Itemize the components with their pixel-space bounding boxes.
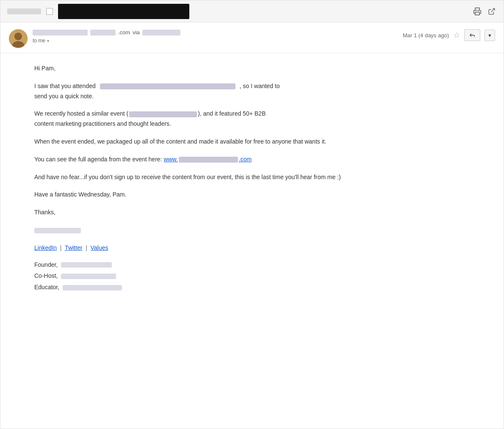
paragraph-5: And have no fear...if you don't sign up …	[34, 172, 478, 183]
star-icon[interactable]: ☆	[453, 30, 460, 40]
values-link[interactable]: Values	[91, 244, 108, 251]
email-body: Hi Pam, I saw that you attended , so I w…	[0, 53, 504, 310]
event-name-blurred	[100, 83, 235, 89]
sender-name	[33, 30, 88, 36]
svg-rect-0	[475, 12, 479, 15]
founder-block: Founder, Co-Host, Educator,	[34, 259, 478, 293]
to-me-dropdown-icon[interactable]: ▾	[47, 39, 49, 43]
avatar-image	[9, 29, 28, 48]
signature-links: LinkedIn | Twitter | Values	[34, 243, 478, 253]
svg-line-1	[491, 8, 495, 12]
separator-2: |	[86, 244, 87, 251]
founder-row: Founder,	[34, 259, 478, 271]
reply-button[interactable]	[464, 29, 480, 41]
email-container: .com via to me ▾ Mar 1 (4 days ago) ☆ ▾	[0, 0, 504, 429]
signature-name-blurred	[34, 228, 81, 233]
founder-label: Founder,	[34, 261, 58, 268]
svg-point-3	[14, 33, 22, 40]
via-label: via	[133, 29, 140, 36]
avatar	[9, 29, 28, 48]
sender-email-com: .com	[118, 29, 130, 36]
email-checkbox[interactable]	[46, 8, 53, 15]
to-me-label: to me	[33, 38, 45, 44]
educator-company-blurred	[63, 285, 122, 291]
sender-name-blurred	[7, 8, 41, 14]
event-link[interactable]: www..com	[163, 156, 252, 163]
educator-row: Educator,	[34, 282, 478, 293]
sender-info: .com via to me ▾	[33, 29, 180, 44]
educator-label: Educator,	[34, 284, 59, 291]
link-suffix: .com	[239, 156, 252, 163]
top-bar	[0, 0, 504, 22]
linkedin-link[interactable]: LinkedIn	[34, 244, 57, 251]
sender-via	[142, 30, 180, 36]
paragraph-1: I saw that you attended , so I wanted to…	[34, 81, 478, 102]
paragraph-4: You can see the full agenda from the eve…	[34, 155, 478, 165]
para2-before: We recently hosted a similar event (	[34, 110, 128, 117]
cohost-row: Co-Host,	[34, 270, 478, 282]
cohost-label: Co-Host,	[34, 272, 58, 279]
top-bar-right	[472, 6, 497, 17]
event-name-2-blurred	[129, 111, 197, 117]
greeting: Hi Pam,	[34, 64, 478, 74]
top-bar-left	[7, 4, 189, 19]
cohost-company-blurred	[61, 274, 116, 279]
email-header-left: .com via to me ▾	[9, 29, 180, 48]
separator-1: |	[60, 244, 62, 251]
to-me: to me ▾	[33, 38, 180, 44]
signature-name-row	[34, 225, 478, 235]
paragraph-3: When the event ended, we packaged up all…	[34, 137, 478, 147]
email-date: Mar 1 (4 days ago)	[403, 32, 449, 39]
link-prefix: www.	[163, 156, 177, 163]
founder-company-blurred	[61, 262, 112, 268]
paragraph-6: Have a fantastic Wednesday, Pam.	[34, 190, 478, 200]
email-header-right: Mar 1 (4 days ago) ☆ ▾	[403, 29, 495, 41]
sender-row: .com via	[33, 29, 180, 36]
email-header: .com via to me ▾ Mar 1 (4 days ago) ☆ ▾	[0, 22, 504, 53]
print-icon[interactable]	[472, 6, 482, 17]
paragraph-7: Thanks,	[34, 208, 478, 218]
more-button[interactable]: ▾	[485, 30, 495, 41]
twitter-link[interactable]: Twitter	[65, 244, 82, 251]
para1-before: I saw that you attended	[34, 83, 96, 89]
para4-before: You can see the full agenda from the eve…	[34, 156, 162, 163]
url-blurred	[179, 157, 238, 163]
new-window-icon[interactable]	[487, 6, 497, 17]
paragraph-2: We recently hosted a similar event (), a…	[34, 109, 478, 129]
sender-email-start	[90, 30, 116, 36]
subject-bar	[58, 4, 189, 19]
